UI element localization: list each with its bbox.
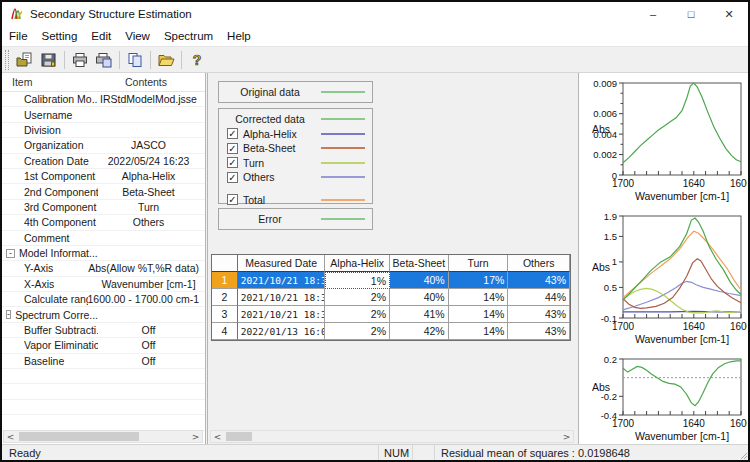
- maximize-button[interactable]: □: [672, 2, 710, 26]
- property-row[interactable]: 1st ComponentAlpha-Helix: [2, 169, 205, 184]
- property-row[interactable]: X-AxisWavenumber [cm-1]: [2, 277, 205, 292]
- open-folder-icon-button[interactable]: [154, 49, 178, 71]
- property-row[interactable]: -Spectrum Corre...: [2, 307, 205, 322]
- scroll-right-icon[interactable]: >: [560, 431, 573, 442]
- table-row[interactable]: 12021/10/21 18:391%40%17%43%: [212, 272, 570, 289]
- resize-grip[interactable]: [736, 445, 748, 460]
- property-row[interactable]: -Model Informat...: [2, 246, 205, 261]
- item-column-header[interactable]: Item: [2, 76, 87, 88]
- row-number-cell[interactable]: 1: [212, 272, 238, 289]
- value-cell[interactable]: 2%: [325, 289, 390, 306]
- property-row[interactable]: Calibration Mo...IRStdModelMod.jsse: [2, 92, 205, 107]
- property-row[interactable]: Division: [2, 123, 205, 138]
- menu-edit[interactable]: Edit: [84, 28, 118, 44]
- value-cell[interactable]: 44%: [508, 289, 570, 306]
- value-cell[interactable]: 40%: [390, 272, 449, 289]
- property-row[interactable]: Calculate range1600.00 - 1700.00 cm-1: [2, 292, 205, 307]
- collapse-icon[interactable]: -: [6, 249, 15, 258]
- row-number-cell[interactable]: 2: [212, 289, 238, 306]
- menu-setting[interactable]: Setting: [35, 28, 85, 44]
- scrollbar-track[interactable]: [17, 431, 189, 442]
- property-row[interactable]: OrganizationJASCO: [2, 138, 205, 153]
- property-row-empty: [2, 415, 205, 430]
- measured-date-cell[interactable]: 2021/10/21 18:39: [238, 289, 326, 306]
- value-cell[interactable]: 43%: [508, 323, 570, 340]
- value-cell[interactable]: 14%: [449, 289, 509, 306]
- column-header-others[interactable]: Others: [508, 255, 570, 272]
- property-row[interactable]: Creation Date2022/05/24 16:23: [2, 154, 205, 169]
- menu-spectrum[interactable]: Spectrum: [157, 28, 220, 44]
- menu-view[interactable]: View: [118, 28, 157, 44]
- scroll-left-icon[interactable]: <: [4, 431, 17, 442]
- svg-text:0.5: 0.5: [604, 282, 617, 293]
- window-controls: – □ ✕: [634, 2, 748, 26]
- property-row[interactable]: 3rd ComponentTurn: [2, 200, 205, 215]
- properties-hscrollbar[interactable]: < >: [3, 430, 203, 443]
- value-cell[interactable]: 43%: [508, 306, 570, 323]
- scrollbar-track[interactable]: [224, 431, 560, 442]
- total-label: Total: [238, 194, 321, 206]
- print-icon-button[interactable]: [68, 49, 92, 71]
- value-cell[interactable]: 43%: [508, 272, 570, 289]
- property-row[interactable]: Comment: [2, 231, 205, 246]
- legend-item-others: ✓Others: [219, 170, 372, 185]
- total-checkbox[interactable]: ✓: [227, 194, 238, 205]
- value-cell[interactable]: 1%: [325, 272, 390, 289]
- help-icon-button[interactable]: ?: [185, 49, 209, 71]
- print-preview-icon-button[interactable]: [92, 49, 116, 71]
- beta-sheet-checkbox[interactable]: ✓: [227, 143, 238, 154]
- turn-checkbox[interactable]: ✓: [227, 157, 238, 168]
- value-cell[interactable]: 2%: [325, 323, 390, 340]
- table-row[interactable]: 32021/10/21 18:392%41%14%43%: [212, 306, 570, 323]
- property-row[interactable]: Y-AxisAbs(Allow %T,%R data): [2, 261, 205, 276]
- value-cell[interactable]: 2%: [325, 306, 390, 323]
- value-cell[interactable]: 14%: [449, 323, 509, 340]
- property-row[interactable]: 4th ComponentOthers: [2, 215, 205, 230]
- charts-panel: 00.0020.0040.0060.009170016401600AbsWave…: [578, 73, 748, 444]
- copy-icon-button[interactable]: [123, 49, 147, 71]
- menu-help[interactable]: Help: [220, 28, 258, 44]
- column-header-turn[interactable]: Turn: [449, 255, 509, 272]
- toolbar-separator: [181, 51, 182, 69]
- save-icon-button[interactable]: [37, 49, 61, 71]
- toolbar-grip[interactable]: [5, 50, 9, 70]
- table-row[interactable]: 22021/10/21 18:392%40%14%44%: [212, 289, 570, 306]
- measured-date-cell[interactable]: 2022/01/13 16:03: [238, 323, 326, 340]
- scrollbar-thumb[interactable]: [19, 432, 139, 441]
- column-header-alpha-helix[interactable]: Alpha-Helix: [325, 255, 390, 272]
- row-number-cell[interactable]: 3: [212, 306, 238, 323]
- results-panel: Original data Corrected data ✓Alpha-Heli…: [207, 73, 578, 444]
- results-hscrollbar[interactable]: < >: [210, 430, 574, 443]
- minimize-button[interactable]: –: [634, 2, 672, 26]
- alpha-helix-checkbox[interactable]: ✓: [227, 128, 238, 139]
- svg-text:0.009: 0.009: [593, 78, 617, 89]
- value-cell[interactable]: 40%: [390, 289, 449, 306]
- property-row[interactable]: BaselineOff: [2, 354, 205, 369]
- open-file-icon-button[interactable]: [13, 49, 37, 71]
- others-checkbox[interactable]: ✓: [227, 172, 238, 183]
- scroll-left-icon[interactable]: <: [211, 431, 224, 442]
- menu-file[interactable]: File: [2, 28, 35, 44]
- table-row[interactable]: 42022/01/13 16:032%42%14%43%: [212, 323, 570, 340]
- measured-date-cell[interactable]: 2021/10/21 18:39: [238, 272, 326, 289]
- column-header-measured-date[interactable]: Measured Date: [238, 255, 326, 272]
- property-row[interactable]: 2nd ComponentBeta-Sheet: [2, 184, 205, 199]
- svg-text:1600: 1600: [730, 418, 747, 429]
- property-row[interactable]: Vapor EliminationOff: [2, 338, 205, 353]
- measured-date-cell[interactable]: 2021/10/21 18:39: [238, 306, 326, 323]
- value-cell[interactable]: 14%: [449, 306, 509, 323]
- scroll-right-icon[interactable]: >: [189, 431, 202, 442]
- row-number-cell[interactable]: 4: [212, 323, 238, 340]
- scrollbar-thumb[interactable]: [226, 432, 252, 441]
- contents-column-header[interactable]: Contents: [87, 76, 205, 88]
- column-header-beta-sheet[interactable]: Beta-Sheet: [390, 255, 449, 272]
- collapse-icon[interactable]: -: [6, 310, 11, 319]
- value-cell[interactable]: 17%: [449, 272, 509, 289]
- value-cell[interactable]: 41%: [390, 306, 449, 323]
- value-cell[interactable]: 42%: [390, 323, 449, 340]
- legend-item-alpha-helix: ✓Alpha-Helix: [219, 127, 372, 142]
- property-row[interactable]: Buffer Subtracti...Off: [2, 323, 205, 338]
- close-button[interactable]: ✕: [710, 2, 748, 26]
- property-row[interactable]: Username: [2, 107, 205, 122]
- property-value: Off: [98, 355, 205, 367]
